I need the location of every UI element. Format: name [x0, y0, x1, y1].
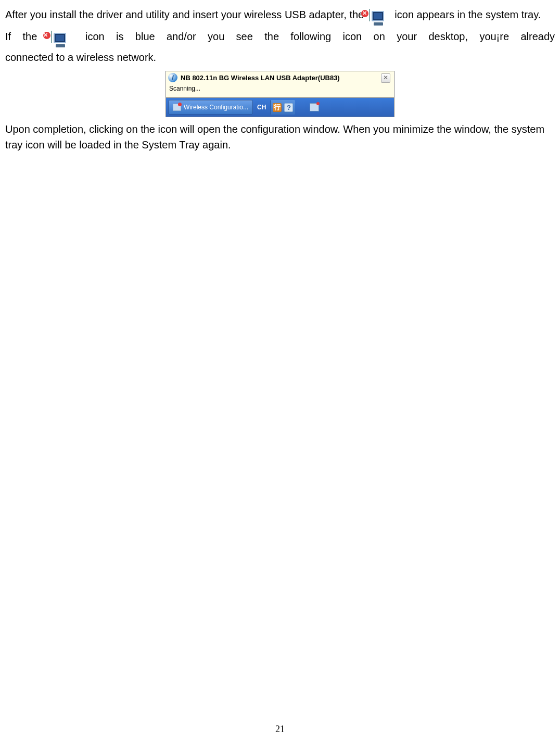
language-indicator[interactable]: CH — [255, 104, 268, 111]
paragraph-1: After you install the driver and utility… — [5, 4, 555, 25]
wireless-monitor-icon — [51, 27, 72, 44]
taskbar-wireless-config-button[interactable]: Wireless Configuratio... — [168, 100, 253, 115]
para1-text-a: After you install the driver and utility… — [5, 9, 367, 20]
para1-text-b: icon appears in the system tray. — [394, 9, 541, 20]
info-icon: i — [168, 73, 177, 82]
page-number: 21 — [0, 724, 560, 735]
taskbar: Wireless Configuratio... CH 行 ? — [166, 98, 394, 117]
wireless-monitor-icon — [369, 5, 390, 22]
tray-wireless-icon[interactable] — [310, 103, 319, 111]
paragraph-3: Upon completion, clicking on the icon wi… — [5, 121, 555, 153]
para2-text-b: icon is blue and/or you see the followin… — [85, 31, 555, 42]
balloon-screenshot: i NB 802.11n BG Wireless LAN USB Adapter… — [5, 71, 555, 117]
taskbar-app-icon — [173, 104, 181, 111]
balloon-body: Scanning... — [166, 83, 394, 97]
taskbar-button-label: Wireless Configuratio... — [184, 104, 248, 111]
tray-section: 行 ? — [270, 100, 295, 115]
balloon-title: NB 802.11n BG Wireless LAN USB Adapter(U… — [181, 74, 378, 82]
ime-icon[interactable]: 行 — [273, 103, 282, 112]
para2-text-a: If the — [5, 31, 49, 42]
paragraph-2: If the icon is blue and/or you see the f… — [5, 26, 555, 68]
help-icon[interactable]: ? — [284, 103, 293, 112]
balloon-close-button[interactable]: ✕ — [381, 73, 390, 83]
para2-line2: connected to a wireless network. — [5, 47, 555, 68]
